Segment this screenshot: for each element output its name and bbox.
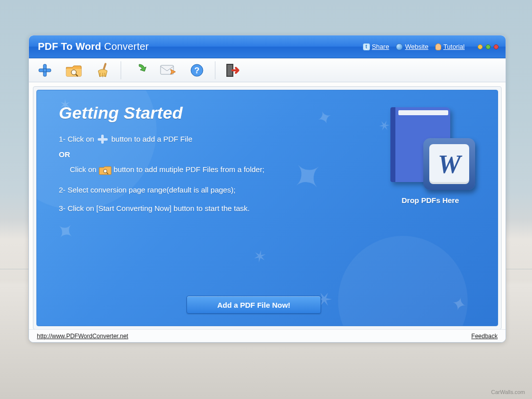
step-1-line: 1- Click on button to add a PDF File: [59, 134, 328, 145]
app-title-bold: PDF To Word: [38, 41, 101, 52]
add-file-button[interactable]: [34, 60, 56, 80]
svg-line-17: [107, 173, 108, 174]
mail-icon: [160, 63, 177, 77]
tutorial-link[interactable]: Tutorial: [435, 43, 465, 50]
svg-rect-13: [101, 135, 104, 144]
main-stage: ✦ ✶ ✦ ✶ ✦ ✶ ✦ ✶ Getting Started 1- Click…: [33, 86, 502, 330]
add-folder-button[interactable]: [63, 60, 85, 80]
tutorial-icon: [435, 43, 441, 50]
step-1-suffix: button to add a PDF File: [111, 135, 192, 143]
toolbar-separator-2: [215, 61, 215, 79]
window-controls: [478, 44, 499, 49]
tutorial-label: Tutorial: [443, 43, 465, 50]
clear-list-button[interactable]: [92, 60, 114, 80]
feedback-link[interactable]: Feedback: [471, 333, 498, 340]
step-1-alt-line: Click on button to add mutiple PDF Files…: [70, 164, 328, 176]
exit-button[interactable]: [222, 60, 244, 80]
exit-icon: [225, 63, 241, 78]
or-label: OR: [59, 149, 328, 161]
email-button[interactable]: [157, 60, 179, 80]
desktop-watermark: CarWalls.com: [491, 389, 525, 395]
svg-rect-1: [39, 69, 51, 72]
leaf-decoration: ✶: [251, 246, 268, 267]
website-label: Website: [405, 43, 428, 50]
app-window: PDF To Word Converter t Share Website Tu…: [28, 35, 506, 343]
globe-icon: [396, 43, 403, 50]
plus-icon: [37, 62, 53, 78]
dropzone-graphic: W: [385, 105, 475, 190]
step-1-prefix: 1- Click on: [59, 135, 96, 143]
maximize-button[interactable]: [486, 44, 491, 49]
leaf-decoration: ✶: [59, 97, 71, 113]
steps-text: 1- Click on button to add a PDF File OR …: [59, 134, 328, 214]
help-button[interactable]: ?: [186, 60, 208, 80]
convert-button[interactable]: [128, 60, 150, 80]
website-link[interactable]: Website: [396, 43, 428, 50]
step-2-line: 2- Select conversion page range(default …: [59, 185, 328, 196]
drop-zone[interactable]: W Drop PDFs Here: [378, 105, 483, 204]
step-3-line: 3- Click on [Start Converting Now] butto…: [59, 203, 328, 214]
cta-label: Add a PDF File Now!: [217, 301, 291, 309]
app-title-thin: Converter: [101, 41, 149, 52]
step-1alt-suffix: button to add mutiple PDF Files from a f…: [114, 165, 265, 174]
titlebar-links: t Share Website Tutorial: [363, 43, 499, 50]
dropzone-caption: Drop PDFs Here: [378, 196, 483, 204]
getting-started-panel: ✦ ✶ ✦ ✶ ✦ ✶ ✦ ✶ Getting Started 1- Click…: [36, 90, 498, 326]
toolbar: ?: [29, 58, 506, 82]
word-tile-icon: W: [423, 138, 475, 190]
step-1alt-prefix: Click on: [70, 165, 99, 174]
broom-icon: [95, 62, 110, 79]
leaf-decoration: ✦: [50, 216, 80, 247]
toolbar-separator: [121, 61, 121, 79]
close-button[interactable]: [494, 44, 499, 49]
share-link[interactable]: t Share: [363, 43, 389, 50]
svg-rect-7: [103, 62, 107, 70]
footer: http://www.PDFWordConverter.net Feedback: [29, 329, 506, 342]
convert-arrow-icon: [131, 62, 147, 78]
inline-folder-icon: [99, 165, 112, 176]
website-url-link[interactable]: http://www.PDFWordConverter.net: [37, 333, 128, 340]
minimize-button[interactable]: [478, 44, 483, 49]
svg-rect-14: [98, 138, 108, 141]
inline-plus-icon: [96, 134, 109, 145]
add-pdf-cta-button[interactable]: Add a PDF File Now!: [186, 296, 321, 314]
help-icon: ?: [189, 63, 204, 78]
app-title: PDF To Word Converter: [38, 41, 149, 52]
folder-search-icon: [65, 63, 82, 78]
leaf-decoration: ✦: [449, 292, 469, 316]
share-label: Share: [372, 43, 389, 50]
titlebar: PDF To Word Converter t Share Website Tu…: [29, 35, 506, 58]
svg-point-16: [103, 170, 107, 173]
word-tile-letter: W: [429, 144, 469, 184]
svg-point-15: [103, 170, 107, 173]
twitter-icon: t: [363, 43, 370, 50]
svg-text:?: ?: [194, 66, 199, 75]
